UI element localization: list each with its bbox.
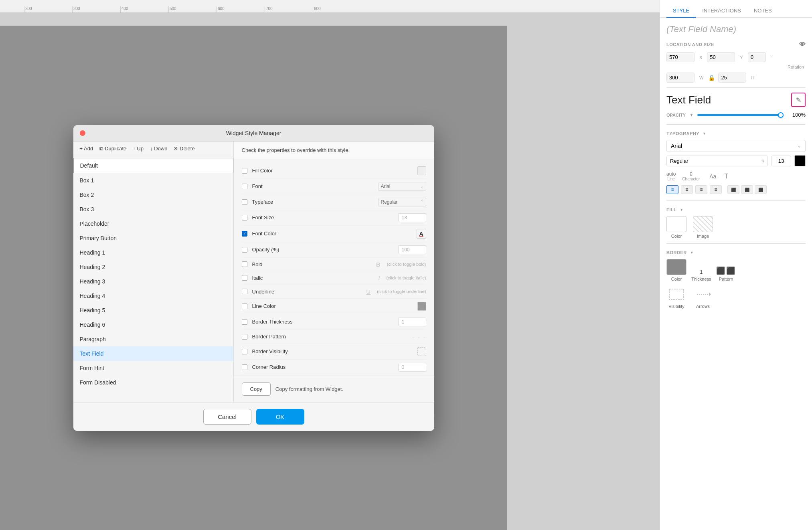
style-item-box3[interactable]: Box 3 — [73, 202, 233, 216]
style-item-formhint[interactable]: Form Hint — [73, 361, 233, 375]
opacity-row: OPACITY ▼ 100% — [666, 112, 806, 118]
ok-button[interactable]: OK — [256, 409, 304, 425]
duplicate-icon: ⧉ — [99, 146, 103, 152]
prop-typeface-select[interactable]: Regular ⌃ — [378, 198, 426, 206]
style-item-heading2[interactable]: Heading 2 — [73, 260, 233, 274]
copy-button[interactable]: Copy — [242, 382, 271, 396]
tab-interactions[interactable]: INTERACTIONS — [696, 4, 747, 18]
style-item-box2[interactable]: Box 2 — [73, 188, 233, 202]
valign-bot-button[interactable]: ⬛ — [755, 185, 767, 194]
add-style-button[interactable]: + Add — [80, 146, 93, 152]
prop-font-color-checkbox[interactable] — [242, 231, 247, 237]
opacity-slider[interactable] — [697, 114, 784, 116]
prop-border-pattern-icon[interactable]: - - - — [412, 333, 426, 340]
valign-mid-button[interactable]: ⬛ — [741, 185, 753, 194]
prop-corner-radius-checkbox[interactable] — [242, 364, 247, 370]
tab-notes[interactable]: NOTES — [747, 4, 778, 18]
style-item-primary-button[interactable]: Primary Button — [73, 231, 233, 245]
align-left-button[interactable]: ≡ — [666, 185, 678, 194]
align-right-button[interactable]: ≡ — [695, 185, 707, 194]
up-style-button[interactable]: ↑ Up — [133, 146, 144, 152]
style-item-heading5[interactable]: Heading 5 — [73, 303, 233, 318]
prop-border-pattern-checkbox[interactable] — [242, 334, 247, 340]
prop-font-size-input[interactable]: 13 — [398, 213, 426, 222]
cancel-button[interactable]: Cancel — [203, 409, 251, 425]
valign-top-button[interactable]: ⬛ — [727, 185, 739, 194]
dialog-close-button[interactable] — [80, 130, 85, 136]
down-style-button[interactable]: ↓ Down — [150, 146, 167, 152]
link-icon[interactable]: 🔒 — [708, 75, 715, 81]
prop-font-select[interactable]: Arial ⌄ — [378, 182, 426, 191]
fill-image-option[interactable]: Image — [693, 216, 713, 239]
style-item-default[interactable]: Default — [73, 158, 233, 173]
prop-fill-color-label: Fill Color — [252, 168, 413, 174]
duplicate-style-button[interactable]: ⧉ Duplicate — [99, 146, 126, 152]
style-list: Default Box 1 Box 2 Box 3 Placeholder — [73, 156, 233, 402]
font-dropdown[interactable]: Arial ⌄ — [666, 140, 806, 152]
border-pattern-label: Pattern — [719, 277, 733, 281]
border-visibility-label: Visibility — [668, 304, 684, 309]
fill-color-preview[interactable] — [417, 166, 426, 175]
tab-style[interactable]: STYLE — [666, 4, 696, 18]
border-pattern-item[interactable]: ⬛⬛ Pattern — [716, 266, 736, 281]
style-item-paragraph[interactable]: Paragraph — [73, 332, 233, 346]
prop-border-thickness-input[interactable]: 1 — [398, 318, 426, 326]
prop-border-visibility-checkbox[interactable] — [242, 349, 247, 354]
prop-italic-checkbox[interactable] — [242, 275, 247, 281]
align-center-button[interactable]: ≡ — [681, 185, 693, 194]
font-size-input[interactable] — [771, 156, 791, 166]
edit-widget-button[interactable]: ✎ — [791, 93, 806, 107]
style-item-box1[interactable]: Box 1 — [73, 173, 233, 188]
char-spacing-value[interactable]: 0 — [690, 171, 693, 177]
spacing-row: auto Line 0 Character Aa T — [666, 171, 806, 181]
fill-color-option[interactable]: Color — [666, 216, 686, 239]
prop-font-size-checkbox[interactable] — [242, 215, 247, 220]
style-item-heading4[interactable]: Heading 4 — [73, 289, 233, 303]
prop-fill-color-checkbox[interactable] — [242, 168, 247, 174]
prop-line-color-preview[interactable] — [417, 302, 426, 311]
x-input[interactable] — [666, 52, 695, 62]
align-justify-button[interactable]: ≡ — [710, 185, 722, 194]
opacity-thumb[interactable] — [778, 112, 784, 118]
divider-4 — [666, 243, 806, 244]
prop-opacity-checkbox[interactable] — [242, 247, 247, 253]
prop-line-color-checkbox[interactable] — [242, 303, 247, 309]
prop-corner-radius-input[interactable]: 0 — [398, 363, 426, 372]
style-item-placeholder[interactable]: Placeholder — [73, 216, 233, 231]
prop-bold-preview[interactable]: B — [376, 261, 381, 268]
prop-opacity-input[interactable]: 100 — [398, 245, 426, 254]
prop-bold-checkbox[interactable] — [242, 261, 247, 267]
delete-style-button[interactable]: ✕ Delete — [174, 146, 194, 152]
font-color-swatch[interactable] — [794, 155, 806, 166]
style-item-heading1[interactable]: Heading 1 — [73, 245, 233, 260]
border-color-item[interactable]: Color — [666, 259, 686, 281]
style-item-heading6[interactable]: Heading 6 — [73, 318, 233, 332]
prop-underline-preview[interactable]: U — [366, 288, 371, 295]
x-label: X — [698, 55, 704, 60]
prop-border-visibility-icon[interactable] — [417, 347, 426, 356]
w-input[interactable] — [666, 73, 695, 83]
h-input[interactable] — [718, 73, 746, 83]
ruler-mark-700: 700 — [265, 6, 313, 12]
prop-underline-checkbox[interactable] — [242, 289, 247, 294]
rotation-input[interactable] — [748, 52, 766, 62]
prop-font-color-preview[interactable]: A — [417, 229, 426, 239]
style-item-textfield[interactable]: Text Field — [73, 346, 233, 361]
char-spacing-label: Character — [682, 177, 700, 181]
style-item-formdisabled[interactable]: Form Disabled — [73, 375, 233, 390]
y-input[interactable] — [707, 52, 735, 62]
typeface-dropdown[interactable]: Regular ⇅ — [666, 156, 768, 166]
border-arrows-item[interactable]: Arrows — [693, 286, 713, 309]
prop-border-thickness-checkbox[interactable] — [242, 319, 247, 325]
border-thickness-item[interactable]: 1 Thickness — [691, 269, 711, 281]
line-spacing-value[interactable]: auto — [666, 171, 676, 177]
border-color-label: Color — [671, 277, 682, 281]
prop-font-checkbox[interactable] — [242, 184, 247, 189]
style-item-heading3[interactable]: Heading 3 — [73, 274, 233, 289]
svg-rect-0 — [669, 289, 684, 299]
text-transform-icon[interactable]: T — [724, 173, 728, 180]
border-visibility-item[interactable]: Visibility — [666, 286, 686, 309]
eye-icon[interactable]: 👁 — [799, 41, 806, 48]
prop-typeface-checkbox[interactable] — [242, 199, 247, 205]
prop-italic-preview[interactable]: I — [378, 275, 380, 281]
